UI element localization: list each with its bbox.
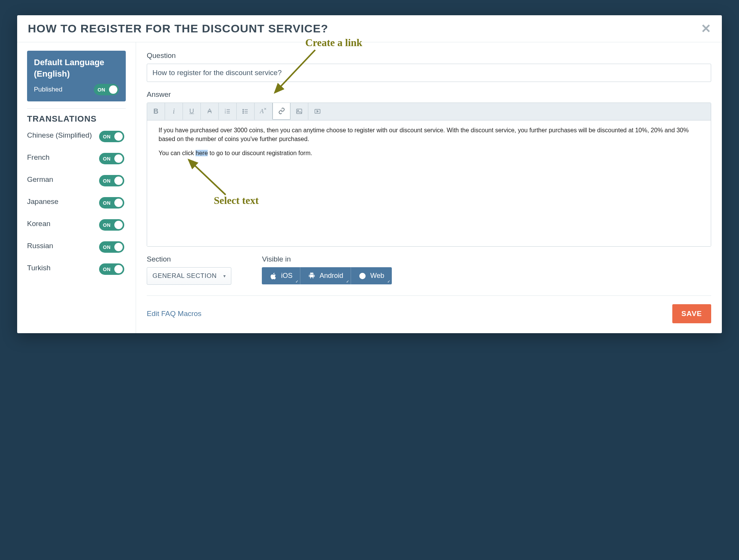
default-language-line1: Default Language: [34, 58, 104, 67]
modal-footer: Edit FAQ Macros SAVE: [147, 304, 711, 323]
toggle-knob: [114, 265, 123, 273]
translations-sidebar: Default Language (English) Published ON …: [17, 42, 136, 333]
language-toggle[interactable]: ON: [99, 153, 124, 164]
default-language-title: Default Language (English): [34, 57, 119, 79]
toggle-knob: [109, 85, 117, 94]
toggle-label: ON: [103, 222, 111, 228]
modal-title: HOW TO REGISTER FOR THE DISCOUNT SERVICE…: [28, 22, 328, 35]
language-name: Japanese: [27, 197, 62, 207]
clear-format-icon[interactable]: A✕: [255, 103, 273, 120]
translations-heading: TRANSLATIONS: [27, 114, 126, 124]
ordered-list-icon[interactable]: 123: [219, 103, 237, 120]
modal-header: HOW TO REGISTER FOR THE DISCOUNT SERVICE…: [17, 15, 722, 42]
svg-point-11: [243, 111, 244, 112]
language-toggle[interactable]: ON: [99, 131, 124, 142]
main-panel: Create a link Question Answer B i U A 12…: [136, 42, 722, 333]
check-icon: ✓: [295, 279, 298, 284]
platform-row: iOS ✓ Android ✓ Web ✓: [262, 267, 392, 284]
svg-point-14: [298, 110, 298, 111]
toggle-label: ON: [103, 178, 111, 184]
toggle-label: ON: [103, 266, 111, 272]
divider: [27, 108, 126, 109]
section-dropdown[interactable]: GENERAL SECTION: [147, 267, 231, 285]
default-language-toggle[interactable]: ON: [94, 84, 119, 95]
language-row[interactable]: French ON: [27, 153, 126, 164]
text-fragment: You can click: [159, 150, 196, 156]
language-row[interactable]: German ON: [27, 175, 126, 186]
language-toggle[interactable]: ON: [99, 197, 124, 209]
section-selected-value: GENERAL SECTION: [152, 272, 216, 279]
check-icon: ✓: [387, 279, 390, 284]
answer-paragraph: If you have purchased over 3000 coins, t…: [159, 126, 699, 143]
apple-icon: [269, 272, 277, 280]
section-visibility-row: Section GENERAL SECTION Visible in iOS ✓: [147, 255, 711, 285]
toggle-knob: [114, 132, 123, 141]
platform-web-button[interactable]: Web ✓: [351, 267, 392, 284]
toggle-knob: [114, 154, 123, 163]
toggle-label: ON: [103, 200, 111, 206]
answer-label: Answer: [147, 90, 711, 99]
section-label: Section: [147, 255, 231, 263]
platform-label: iOS: [281, 272, 292, 280]
toggle-knob: [114, 199, 123, 207]
language-name: Turkish: [27, 263, 55, 273]
check-icon: ✓: [346, 279, 349, 284]
selected-text: here: [196, 150, 208, 156]
language-row[interactable]: Korean ON: [27, 219, 126, 231]
modal-body: Default Language (English) Published ON …: [17, 42, 722, 333]
underline-icon[interactable]: U: [183, 103, 201, 120]
video-icon[interactable]: [308, 103, 326, 120]
toggle-knob: [114, 221, 123, 229]
link-icon[interactable]: [273, 103, 290, 120]
language-name: Chinese (Simplified): [27, 131, 96, 140]
text-fragment: to go to our discount registration form.: [208, 150, 312, 156]
toggle-label: ON: [98, 87, 106, 93]
language-toggle[interactable]: ON: [99, 263, 124, 275]
toggle-knob: [114, 177, 123, 185]
language-toggle[interactable]: ON: [99, 219, 124, 231]
faq-edit-modal: HOW TO REGISTER FOR THE DISCOUNT SERVICE…: [17, 15, 722, 333]
language-row[interactable]: Russian ON: [27, 241, 126, 253]
language-name: French: [27, 153, 53, 162]
toggle-label: ON: [103, 156, 111, 162]
editor-toolbar: B i U A 123 A✕: [147, 103, 711, 120]
globe-icon: [359, 272, 366, 280]
question-input[interactable]: [147, 64, 711, 82]
svg-point-10: [243, 109, 244, 110]
default-language-card[interactable]: Default Language (English) Published ON: [27, 51, 126, 101]
language-row[interactable]: Japanese ON: [27, 197, 126, 209]
divider: [147, 295, 711, 296]
platform-ios-button[interactable]: iOS ✓: [262, 267, 300, 284]
close-icon[interactable]: ✕: [701, 22, 711, 35]
platform-label: Android: [319, 272, 343, 280]
rich-text-editor: B i U A 123 A✕ If you have purchased ove…: [147, 103, 711, 247]
language-toggle[interactable]: ON: [99, 175, 124, 186]
bold-icon[interactable]: B: [147, 103, 165, 120]
italic-icon[interactable]: i: [165, 103, 183, 120]
svg-point-12: [243, 112, 244, 113]
visible-in-label: Visible in: [262, 255, 392, 263]
svg-text:3: 3: [225, 112, 226, 114]
language-row[interactable]: Chinese (Simplified) ON: [27, 131, 126, 142]
save-button[interactable]: SAVE: [672, 304, 711, 323]
language-toggle[interactable]: ON: [99, 241, 124, 253]
editor-textarea[interactable]: If you have purchased over 3000 coins, t…: [147, 120, 711, 246]
toggle-label: ON: [103, 134, 111, 140]
unordered-list-icon[interactable]: [237, 103, 255, 120]
toggle-label: ON: [103, 244, 111, 250]
language-row[interactable]: Turkish ON: [27, 263, 126, 275]
android-icon: [308, 272, 316, 280]
strikethrough-icon[interactable]: A: [201, 103, 219, 120]
image-icon[interactable]: [290, 103, 308, 120]
edit-faq-macros-link[interactable]: Edit FAQ Macros: [147, 310, 202, 318]
platform-android-button[interactable]: Android ✓: [300, 267, 351, 284]
answer-paragraph: You can click here to go to our discount…: [159, 149, 699, 157]
language-name: Korean: [27, 219, 54, 229]
language-name: German: [27, 175, 57, 185]
publish-status: Published: [34, 86, 63, 93]
platform-label: Web: [370, 272, 384, 280]
toggle-knob: [114, 243, 123, 251]
default-language-line2: (English): [34, 69, 70, 79]
question-label: Question: [147, 51, 711, 60]
language-name: Russian: [27, 241, 57, 251]
